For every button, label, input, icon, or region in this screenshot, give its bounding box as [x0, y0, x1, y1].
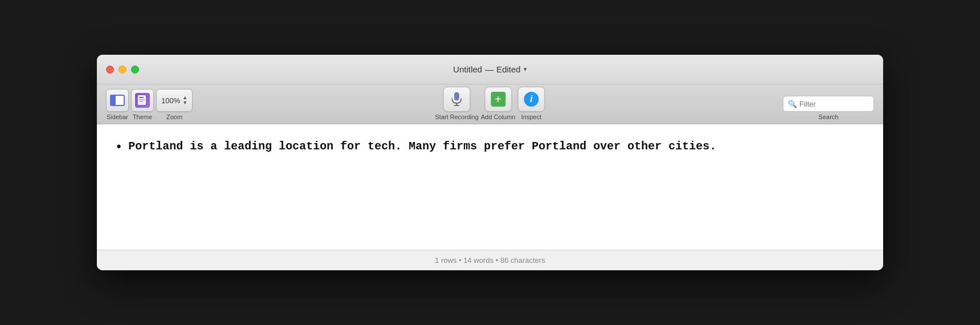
- add-column-button[interactable]: +: [484, 87, 512, 112]
- zoom-button[interactable]: 100% ▲ ▼: [156, 89, 193, 112]
- title-bar: Untitled — Edited ▾: [97, 55, 883, 84]
- main-window: Untitled — Edited ▾ Sidebar: [97, 55, 883, 270]
- search-input[interactable]: [799, 100, 869, 108]
- inspect-label: Inspect: [521, 113, 541, 120]
- add-column-icon: +: [491, 92, 505, 107]
- sidebar-icon-left: [111, 96, 116, 105]
- toolbar: Sidebar Theme: [97, 84, 883, 124]
- close-button[interactable]: [106, 66, 114, 74]
- toolbar-center: Start Recording + Add Column i Inspect: [435, 87, 545, 120]
- title-edited: Edited: [496, 64, 521, 74]
- svg-rect-2: [139, 99, 145, 100]
- toolbar-right: 🔍 Search: [783, 96, 874, 120]
- bullet-point: •: [115, 138, 122, 157]
- toolbar-left: Sidebar Theme: [106, 89, 193, 120]
- inspect-group: i Inspect: [517, 87, 545, 120]
- maximize-button[interactable]: [131, 66, 139, 74]
- start-recording-group: Start Recording: [435, 87, 479, 120]
- sidebar-label: Sidebar: [107, 113, 128, 120]
- svg-rect-4: [455, 92, 459, 100]
- toolbar-wrapper: Sidebar Theme: [106, 89, 874, 120]
- zoom-tool-group: 100% ▲ ▼ Zoom: [156, 89, 193, 120]
- zoom-label: Zoom: [166, 113, 182, 120]
- add-column-group: + Add Column: [481, 87, 516, 120]
- search-icon: 🔍: [788, 100, 797, 108]
- theme-svg-icon: [137, 95, 148, 106]
- svg-rect-1: [139, 97, 144, 98]
- theme-button[interactable]: [131, 89, 154, 112]
- content-area: • Portland is a leading location for tec…: [97, 124, 883, 250]
- title-chevron-icon[interactable]: ▾: [524, 66, 527, 73]
- theme-tool-group: Theme: [131, 89, 154, 120]
- title-dash: —: [485, 64, 493, 74]
- traffic-lights: [106, 66, 139, 74]
- content-paragraph: Portland is a leading location for tech.…: [128, 138, 716, 155]
- content-text: • Portland is a leading location for tec…: [115, 138, 865, 157]
- zoom-value: 100%: [161, 96, 180, 105]
- sidebar-tool-group: Sidebar: [106, 89, 129, 120]
- zoom-arrows-icon: ▲ ▼: [182, 95, 187, 105]
- start-recording-label: Start Recording: [435, 113, 479, 120]
- sidebar-icon: [110, 95, 125, 106]
- status-text: 1 rows • 14 words • 86 characters: [435, 256, 545, 265]
- search-field[interactable]: 🔍: [783, 96, 874, 112]
- search-label: Search: [819, 113, 839, 120]
- sidebar-icon-right: [116, 96, 124, 105]
- title-text: Untitled: [453, 64, 482, 74]
- svg-rect-3: [139, 101, 143, 102]
- inspect-icon: i: [524, 92, 538, 107]
- add-column-label: Add Column: [481, 113, 516, 120]
- sidebar-button[interactable]: [106, 89, 129, 112]
- minimize-button[interactable]: [119, 66, 126, 74]
- start-recording-button[interactable]: [443, 87, 471, 112]
- microphone-icon: [451, 92, 463, 107]
- theme-label: Theme: [133, 113, 152, 120]
- window-title: Untitled — Edited ▾: [453, 64, 526, 74]
- status-bar: 1 rows • 14 words • 86 characters: [97, 250, 883, 270]
- inspect-button[interactable]: i: [517, 87, 545, 112]
- theme-icon: [135, 93, 150, 108]
